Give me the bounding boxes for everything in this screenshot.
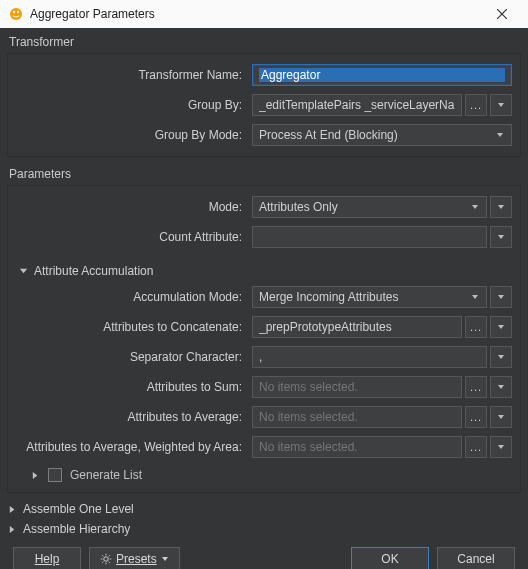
- parameters-panel-title: Parameters: [7, 165, 521, 185]
- svg-point-2: [17, 11, 19, 13]
- avg-browse-button[interactable]: ...: [465, 406, 487, 428]
- label-avg-area: Attributes to Average, Weighted by Area:: [16, 440, 252, 454]
- ok-button[interactable]: OK: [351, 547, 429, 569]
- sep-menu-button[interactable]: [490, 346, 512, 368]
- mode-select[interactable]: Attributes Only: [252, 196, 487, 218]
- chevron-down-icon: [161, 555, 169, 563]
- section-attribute-accumulation[interactable]: Attribute Accumulation: [16, 260, 512, 284]
- row-generate-list: Generate List: [16, 464, 512, 484]
- accum-mode-menu-button[interactable]: [490, 286, 512, 308]
- row-sum: Attributes to Sum: ...: [16, 374, 512, 400]
- section-assemble-one-level[interactable]: Assemble One Level: [3, 499, 525, 519]
- assemble-hierarchy-label: Assemble Hierarchy: [23, 522, 130, 536]
- row-transformer-name: Transformer Name:: [16, 62, 512, 88]
- parameters-panel: Parameters Mode: Attributes Only Count A…: [7, 165, 521, 493]
- expand-icon: [18, 266, 28, 276]
- section-assemble-hierarchy[interactable]: Assemble Hierarchy: [3, 519, 525, 539]
- assemble-one-level-label: Assemble One Level: [23, 502, 134, 516]
- transformer-panel-title: Transformer: [7, 33, 521, 53]
- concat-menu-button[interactable]: [490, 316, 512, 338]
- row-sep: Separator Character:: [16, 344, 512, 370]
- avg-area-browse-button[interactable]: ...: [465, 436, 487, 458]
- avg-area-input-field[interactable]: [259, 440, 455, 454]
- cancel-button-label: Cancel: [457, 552, 494, 566]
- accum-mode-select[interactable]: Merge Incoming Attributes: [252, 286, 487, 308]
- cancel-button[interactable]: Cancel: [437, 547, 515, 569]
- sep-input[interactable]: [252, 346, 487, 368]
- label-transformer-name: Transformer Name:: [16, 68, 252, 82]
- row-group-by-mode: Group By Mode: Process At End (Blocking): [16, 122, 512, 148]
- label-mode: Mode:: [16, 200, 252, 214]
- label-concat: Attributes to Concatenate:: [16, 320, 252, 334]
- ok-button-label: OK: [381, 552, 398, 566]
- presets-button[interactable]: Presets: [89, 547, 180, 569]
- label-count-attr: Count Attribute:: [16, 230, 252, 244]
- generate-list-label: Generate List: [70, 468, 142, 482]
- window-title: Aggregator Parameters: [30, 7, 484, 21]
- generate-list-checkbox[interactable]: [48, 468, 62, 482]
- close-button[interactable]: [484, 0, 520, 28]
- transformer-panel-body: Transformer Name: Group By: ...: [7, 53, 521, 157]
- label-sep: Separator Character:: [16, 350, 252, 364]
- group-by-input-field[interactable]: [259, 98, 455, 112]
- avg-area-menu-button[interactable]: [490, 436, 512, 458]
- group-by-browse-button[interactable]: ...: [465, 94, 487, 116]
- sum-menu-button[interactable]: [490, 376, 512, 398]
- chevron-down-icon: [470, 293, 480, 301]
- concat-browse-button[interactable]: ...: [465, 316, 487, 338]
- group-by-menu-button[interactable]: [490, 94, 512, 116]
- expand-icon: [7, 524, 17, 534]
- mode-value: Attributes Only: [259, 200, 338, 214]
- concat-input[interactable]: [252, 316, 462, 338]
- sep-input-field[interactable]: [259, 350, 480, 364]
- transformer-name-input[interactable]: [252, 64, 512, 86]
- group-by-mode-value: Process At End (Blocking): [259, 128, 398, 142]
- mode-menu-button[interactable]: [490, 196, 512, 218]
- avg-area-input[interactable]: [252, 436, 462, 458]
- count-attr-input-field[interactable]: [259, 230, 480, 244]
- svg-line-12: [102, 562, 103, 563]
- parameters-panel-body: Mode: Attributes Only Count Attribute:: [7, 185, 521, 493]
- label-sum: Attributes to Sum:: [16, 380, 252, 394]
- section-attribute-accumulation-label: Attribute Accumulation: [34, 264, 153, 278]
- label-group-by-mode: Group By Mode:: [16, 128, 252, 142]
- row-count-attr: Count Attribute:: [16, 224, 512, 250]
- svg-point-5: [104, 557, 109, 562]
- dialog-footer: Help Presets OK Cancel: [3, 539, 525, 569]
- presets-button-label: Presets: [116, 552, 157, 566]
- transformer-name-input-field[interactable]: [259, 68, 505, 82]
- help-button[interactable]: Help: [13, 547, 81, 569]
- chevron-down-icon: [495, 131, 505, 139]
- group-by-mode-select[interactable]: Process At End (Blocking): [252, 124, 512, 146]
- sum-browse-button[interactable]: ...: [465, 376, 487, 398]
- svg-point-1: [13, 11, 15, 13]
- row-concat: Attributes to Concatenate: ...: [16, 314, 512, 340]
- count-attr-input[interactable]: [252, 226, 487, 248]
- app-icon: [8, 6, 24, 22]
- group-by-input[interactable]: [252, 94, 462, 116]
- avg-input-field[interactable]: [259, 410, 455, 424]
- dialog-window: Aggregator Parameters Transformer Transf…: [0, 0, 528, 569]
- avg-input[interactable]: [252, 406, 462, 428]
- svg-line-13: [109, 555, 110, 556]
- row-avg: Attributes to Average: ...: [16, 404, 512, 430]
- sum-input[interactable]: [252, 376, 462, 398]
- sum-input-field[interactable]: [259, 380, 455, 394]
- svg-line-10: [102, 555, 103, 556]
- label-avg: Attributes to Average:: [16, 410, 252, 424]
- expand-icon[interactable]: [30, 470, 40, 480]
- row-mode: Mode: Attributes Only: [16, 194, 512, 220]
- count-attr-menu-button[interactable]: [490, 226, 512, 248]
- concat-input-field[interactable]: [259, 320, 455, 334]
- transformer-panel: Transformer Transformer Name: Group By:: [7, 33, 521, 157]
- chevron-down-icon: [470, 203, 480, 211]
- client-area: Transformer Transformer Name: Group By:: [0, 28, 528, 569]
- expand-icon: [7, 504, 17, 514]
- gear-icon: [100, 553, 112, 565]
- titlebar: Aggregator Parameters: [0, 0, 528, 28]
- svg-point-0: [10, 8, 22, 20]
- avg-menu-button[interactable]: [490, 406, 512, 428]
- accum-mode-value: Merge Incoming Attributes: [259, 290, 398, 304]
- svg-line-11: [109, 562, 110, 563]
- row-avg-area: Attributes to Average, Weighted by Area:…: [16, 434, 512, 460]
